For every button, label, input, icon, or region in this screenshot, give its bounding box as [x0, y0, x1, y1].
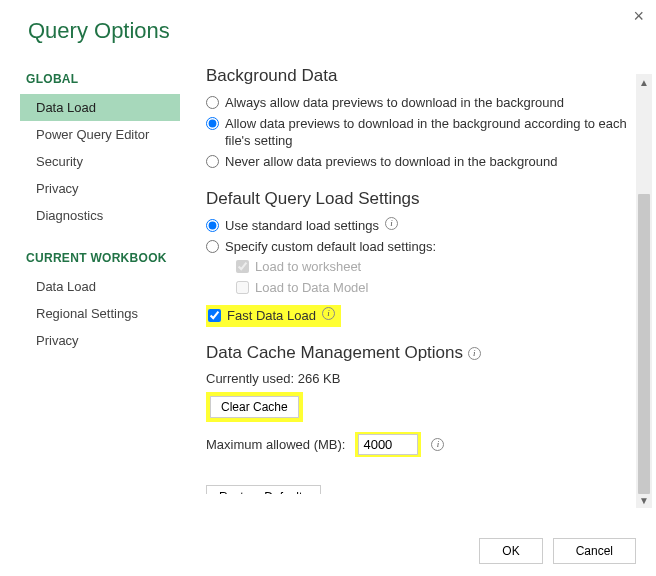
- sidebar-item-wb-data-load[interactable]: Data Load: [20, 273, 180, 300]
- highlight-max-value: [355, 432, 421, 457]
- sidebar-item-security[interactable]: Security: [20, 148, 180, 175]
- heading-background-data: Background Data: [206, 66, 644, 86]
- checkbox-load-worksheet: Load to worksheet: [236, 258, 644, 276]
- sidebar-item-label: Privacy: [36, 181, 79, 196]
- checkbox-load-data-model: Load to Data Model: [236, 279, 644, 297]
- heading-text: Data Cache Management Options: [206, 343, 463, 362]
- sidebar-item-data-load[interactable]: Data Load: [20, 94, 180, 121]
- heading-default-query-load: Default Query Load Settings: [206, 189, 644, 209]
- close-icon[interactable]: ×: [633, 6, 644, 27]
- sidebar-item-privacy[interactable]: Privacy: [20, 175, 180, 202]
- heading-data-cache: Data Cache Management Options i: [206, 343, 644, 363]
- checkbox-label: Fast Data Load: [227, 307, 316, 325]
- cancel-button[interactable]: Cancel: [553, 538, 636, 564]
- radio-label: Allow data previews to download in the b…: [225, 115, 644, 150]
- sidebar-item-diagnostics[interactable]: Diagnostics: [20, 202, 180, 229]
- input-maximum-allowed[interactable]: [358, 434, 418, 455]
- checkbox-fast-data-load-input[interactable]: [208, 309, 221, 322]
- checkbox-fast-data-load[interactable]: Fast Data Load i: [208, 307, 335, 325]
- checkbox-load-data-model-input: [236, 281, 249, 294]
- radio-bg-never-input[interactable]: [206, 155, 219, 168]
- checkbox-load-worksheet-input: [236, 260, 249, 273]
- info-icon[interactable]: i: [431, 438, 444, 451]
- checkbox-label: Load to worksheet: [255, 258, 361, 276]
- label-currently-used: Currently used: 266 KB: [206, 371, 644, 386]
- info-icon[interactable]: i: [322, 307, 335, 320]
- highlight-clear-cache: Clear Cache: [206, 392, 303, 422]
- radio-label: Always allow data previews to download i…: [225, 94, 564, 112]
- ok-button[interactable]: OK: [479, 538, 542, 564]
- sidebar-item-label: Power Query Editor: [36, 127, 149, 142]
- highlight-fast-data-load: Fast Data Load i: [206, 305, 341, 327]
- sidebar-item-label: Privacy: [36, 333, 79, 348]
- label-maximum-allowed: Maximum allowed (MB):: [206, 437, 345, 452]
- sidebar-item-wb-privacy[interactable]: Privacy: [20, 327, 180, 354]
- sidebar-item-label: Data Load: [36, 279, 96, 294]
- scrollbar-thumb[interactable]: [638, 194, 650, 494]
- sidebar-section-global: GLOBAL: [26, 72, 180, 86]
- sidebar-item-label: Data Load: [36, 100, 96, 115]
- radio-bg-each-input[interactable]: [206, 117, 219, 130]
- main-panel: Background Data Always allow data previe…: [180, 64, 656, 494]
- radio-bg-each[interactable]: Allow data previews to download in the b…: [206, 115, 644, 150]
- radio-use-standard[interactable]: Use standard load settings i: [206, 217, 644, 235]
- info-icon[interactable]: i: [385, 217, 398, 230]
- radio-use-standard-input[interactable]: [206, 219, 219, 232]
- checkbox-label: Load to Data Model: [255, 279, 368, 297]
- scroll-down-icon[interactable]: ▼: [636, 492, 652, 508]
- sidebar-item-label: Regional Settings: [36, 306, 138, 321]
- radio-specify-custom[interactable]: Specify custom default load settings:: [206, 238, 644, 256]
- info-icon[interactable]: i: [468, 347, 481, 360]
- sidebar-section-current-wb: CURRENT WORKBOOK: [26, 251, 180, 265]
- row-maximum-allowed: Maximum allowed (MB): i: [206, 432, 644, 457]
- dialog-body: GLOBAL Data Load Power Query Editor Secu…: [0, 64, 656, 494]
- radio-label: Specify custom default load settings:: [225, 238, 436, 256]
- sidebar-item-label: Security: [36, 154, 83, 169]
- scrollbar[interactable]: ▲ ▼: [636, 74, 652, 508]
- radio-label: Use standard load settings: [225, 217, 379, 235]
- sidebar-item-label: Diagnostics: [36, 208, 103, 223]
- radio-bg-never[interactable]: Never allow data previews to download in…: [206, 153, 644, 171]
- sidebar-item-wb-regional[interactable]: Regional Settings: [20, 300, 180, 327]
- dialog-title: Query Options: [0, 0, 656, 44]
- restore-defaults-button[interactable]: Restore Defaults: [206, 485, 321, 494]
- sidebar: GLOBAL Data Load Power Query Editor Secu…: [20, 64, 180, 494]
- radio-specify-custom-input[interactable]: [206, 240, 219, 253]
- sidebar-item-power-query-editor[interactable]: Power Query Editor: [20, 121, 180, 148]
- radio-bg-always[interactable]: Always allow data previews to download i…: [206, 94, 644, 112]
- clear-cache-button[interactable]: Clear Cache: [210, 396, 299, 418]
- radio-label: Never allow data previews to download in…: [225, 153, 557, 171]
- dialog-footer: OK Cancel: [479, 538, 636, 564]
- scroll-up-icon[interactable]: ▲: [636, 74, 652, 90]
- radio-bg-always-input[interactable]: [206, 96, 219, 109]
